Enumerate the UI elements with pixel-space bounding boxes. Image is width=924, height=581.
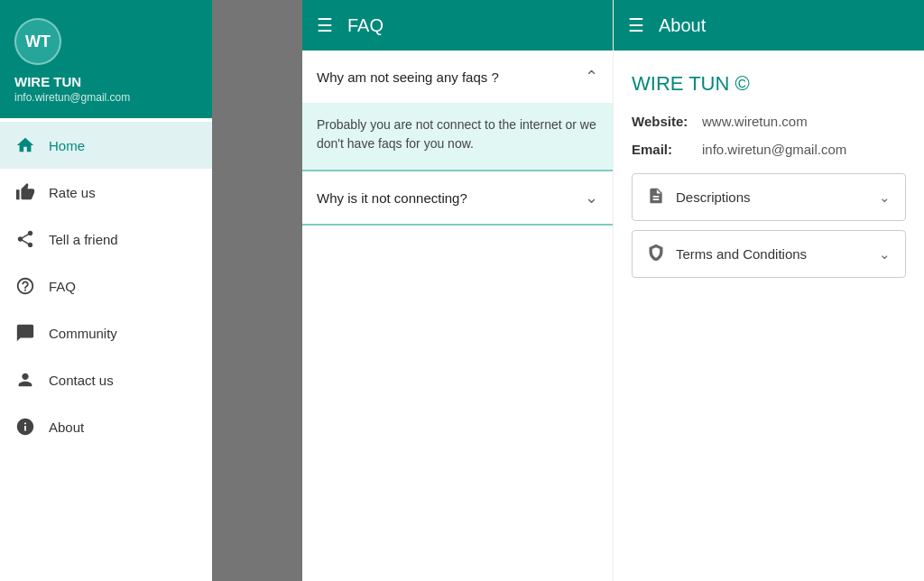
faq-answer-1: Probably you are not connect to the inte… xyxy=(302,103,613,170)
faq-content: Why am not seeing any faqs ? ⌃ Probably … xyxy=(302,51,613,581)
sidebar: WT WIRE TUN info.wiretun@gmail.com Home … xyxy=(0,0,212,581)
faq-question-2-text: Why is it not connecting? xyxy=(317,190,467,206)
about-icon xyxy=(14,416,36,438)
sidebar-item-faq-label: FAQ xyxy=(49,279,76,294)
accordion-terms-label: Terms and Conditions xyxy=(676,246,807,262)
accordion-terms-chevron: ⌄ xyxy=(879,246,891,263)
faq-title: FAQ xyxy=(347,15,383,36)
about-website-label: Website: xyxy=(632,114,695,129)
sidebar-item-faq[interactable]: FAQ xyxy=(0,263,212,309)
about-hamburger-icon[interactable]: ☰ xyxy=(628,14,644,36)
accordion-terms-header[interactable]: Terms and Conditions ⌄ xyxy=(633,231,905,277)
terms-icon xyxy=(647,244,665,264)
sidebar-item-about-label: About xyxy=(49,420,84,435)
about-title: WIRE TUN © xyxy=(632,72,906,96)
accordion-descriptions-label: Descriptions xyxy=(676,189,751,205)
sidebar-item-contact-us[interactable]: Contact us xyxy=(0,356,212,403)
sidebar-item-about[interactable]: About xyxy=(0,403,212,450)
about-email-value: info.wiretun@gmail.com xyxy=(702,142,846,157)
sidebar-item-tell-a-friend[interactable]: Tell a friend xyxy=(0,216,212,263)
faq-chevron-2: ⌄ xyxy=(585,188,598,208)
accordion-terms: Terms and Conditions ⌄ xyxy=(632,230,906,278)
avatar: WT xyxy=(14,18,61,65)
sidebar-item-community-label: Community xyxy=(49,326,117,341)
accordion-descriptions-chevron: ⌄ xyxy=(879,189,891,206)
accordion-terms-left: Terms and Conditions xyxy=(647,244,807,264)
share-icon xyxy=(14,228,36,250)
thumbsup-icon xyxy=(14,181,36,203)
sidebar-item-rate-us-label: Rate us xyxy=(49,185,96,200)
community-icon xyxy=(14,322,36,344)
sidebar-item-home-label: Home xyxy=(49,138,85,153)
about-header: ☰ About xyxy=(614,0,924,51)
faq-icon xyxy=(14,275,36,297)
sidebar-user-info: WIRE TUN info.wiretun@gmail.com xyxy=(14,74,198,104)
faq-hamburger-icon[interactable]: ☰ xyxy=(317,14,333,36)
accordion-descriptions: Descriptions ⌄ xyxy=(632,173,906,221)
sidebar-username: WIRE TUN xyxy=(14,74,198,89)
contact-icon xyxy=(14,369,36,391)
about-panel: ☰ About WIRE TUN © Website: www.wiretun.… xyxy=(614,0,924,581)
sidebar-item-home[interactable]: Home xyxy=(0,122,212,169)
app-container: WT WIRE TUN info.wiretun@gmail.com Home … xyxy=(0,0,924,581)
faq-chevron-1: ⌃ xyxy=(585,67,598,87)
faq-header: ☰ FAQ xyxy=(302,0,613,51)
sidebar-item-community[interactable]: Community xyxy=(0,309,212,356)
sidebar-item-rate-us[interactable]: Rate us xyxy=(0,169,212,216)
document-icon xyxy=(647,187,665,208)
sidebar-item-contact-us-label: Contact us xyxy=(49,373,114,388)
sidebar-nav: Home Rate us Tell a friend xyxy=(0,118,212,581)
faq-item-1: Why am not seeing any faqs ? ⌃ Probably … xyxy=(302,51,613,171)
about-website-value: www.wiretun.com xyxy=(702,114,808,129)
sidebar-header: WT WIRE TUN info.wiretun@gmail.com xyxy=(0,0,212,118)
drawer-background xyxy=(212,0,302,581)
faq-question-1[interactable]: Why am not seeing any faqs ? ⌃ xyxy=(302,51,613,103)
accordion-descriptions-header[interactable]: Descriptions ⌄ xyxy=(633,174,905,220)
about-website-row: Website: www.wiretun.com xyxy=(632,114,906,129)
about-header-title: About xyxy=(659,15,706,36)
about-email-row: Email: info.wiretun@gmail.com xyxy=(632,142,906,157)
home-icon xyxy=(14,134,36,156)
faq-question-1-text: Why am not seeing any faqs ? xyxy=(317,69,499,85)
faq-item-2: Why is it not connecting? ⌄ xyxy=(302,171,613,226)
faq-panel: ☰ FAQ Why am not seeing any faqs ? ⌃ Pro… xyxy=(302,0,614,581)
about-content: WIRE TUN © Website: www.wiretun.com Emai… xyxy=(614,51,924,581)
accordion-descriptions-left: Descriptions xyxy=(647,187,751,208)
faq-question-2[interactable]: Why is it not connecting? ⌄ xyxy=(302,171,613,224)
sidebar-email: info.wiretun@gmail.com xyxy=(14,91,198,104)
sidebar-item-tell-a-friend-label: Tell a friend xyxy=(49,232,118,247)
about-email-label: Email: xyxy=(632,142,695,157)
